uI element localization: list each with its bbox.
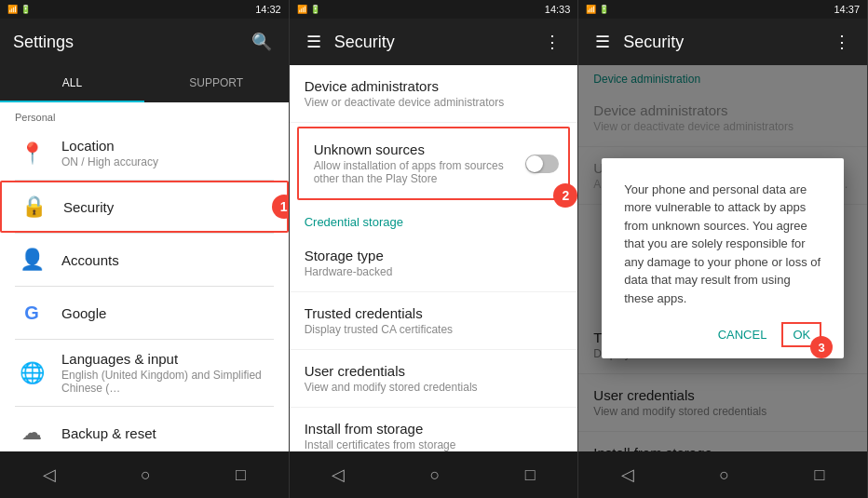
lock-icon: 🔒: [17, 195, 50, 219]
list-item-google[interactable]: G Google: [0, 287, 289, 339]
list-item-languages[interactable]: 🌐 Languages & input English (United King…: [0, 340, 289, 406]
recents-icon-3[interactable]: □: [799, 462, 839, 489]
security-title-2: Security: [334, 33, 395, 52]
list-item-security[interactable]: 🔒 Security 1: [0, 181, 289, 233]
tab-support[interactable]: SUPPORT: [144, 65, 289, 101]
location-text: Location ON / High accuracy: [61, 138, 158, 168]
status-bar-2: 📶🔋 14:33: [290, 0, 578, 19]
personal-label: Personal: [0, 102, 289, 127]
panel-3: 📶🔋 14:37 ☰ Security ⋮ Device administrat…: [578, 0, 868, 498]
list-item-location[interactable]: 📍 Location ON / High accuracy: [0, 127, 289, 180]
back-icon[interactable]: ◁: [28, 461, 71, 489]
step-badge-1: 1: [272, 195, 289, 219]
google-text: Google: [61, 305, 106, 321]
dialog-text: Your phone and personal data are more vu…: [624, 181, 821, 308]
storage-type-item[interactable]: Storage type Hardware-backed: [290, 235, 578, 292]
trusted-creds-item[interactable]: Trusted credentials Display trusted CA c…: [290, 292, 578, 350]
status-bar-3: 📶🔋 14:37: [578, 0, 867, 19]
backup-text: Backup & reset: [61, 425, 156, 441]
top-bar-1: Settings 🔍: [0, 19, 289, 65]
search-icon[interactable]: 🔍: [248, 28, 276, 56]
status-bar-1: 📶🔋 14:32: [0, 0, 289, 19]
accounts-text: Accounts: [61, 252, 119, 268]
security-content-3: Device administration Device administrat…: [578, 65, 867, 451]
device-admin-item[interactable]: Device administrators View or deactivate…: [290, 65, 578, 123]
home-icon-3[interactable]: ○: [704, 462, 744, 489]
dialog-overlay: Your phone and personal data are more vu…: [578, 65, 867, 451]
panel-2: 📶🔋 14:33 ☰ Security ⋮ Device administrat…: [290, 0, 579, 498]
time-2: 14:33: [545, 4, 571, 15]
menu-icon-2[interactable]: ☰: [303, 28, 325, 56]
security-content-2: Device administrators View or deactivate…: [290, 65, 578, 451]
back-icon-3[interactable]: ◁: [606, 461, 649, 489]
recents-icon[interactable]: □: [221, 462, 261, 489]
google-icon: G: [15, 303, 48, 324]
languages-icon: 🌐: [15, 361, 48, 385]
security-title-3: Security: [623, 33, 684, 52]
location-icon: 📍: [15, 141, 48, 166]
settings-title: Settings: [13, 33, 74, 52]
home-icon-2[interactable]: ○: [415, 462, 455, 489]
recents-icon-2[interactable]: □: [510, 462, 550, 489]
status-icons-2: 📶🔋: [297, 5, 320, 14]
security-text: Security: [63, 199, 114, 215]
dialog-cancel-button[interactable]: CANCEL: [711, 322, 775, 347]
tab-all[interactable]: ALL: [0, 65, 144, 101]
status-icons-3: 📶🔋: [586, 5, 609, 14]
time-3: 14:37: [834, 4, 860, 15]
user-creds-item[interactable]: User credentials View and modify stored …: [290, 350, 578, 408]
status-icons-1: 📶🔋: [7, 5, 31, 14]
unknown-sources-toggle[interactable]: [525, 155, 559, 173]
accounts-icon: 👤: [15, 248, 48, 272]
back-icon-2[interactable]: ◁: [317, 461, 359, 489]
bottom-nav-1: ◁ ○ □: [0, 451, 289, 498]
panel-1: 📶🔋 14:32 Settings 🔍 ALL SUPPORT Personal…: [0, 0, 290, 498]
toggle-switch[interactable]: [525, 155, 559, 173]
top-bar-2: ☰ Security ⋮: [290, 19, 578, 65]
list-item-accounts[interactable]: 👤 Accounts: [0, 234, 289, 286]
languages-text: Languages & input English (United Kingdo…: [61, 351, 274, 395]
more-icon-2[interactable]: ⋮: [540, 28, 564, 56]
install-storage-item[interactable]: Install from storage Install certificate…: [290, 408, 578, 451]
dialog-actions: CANCEL OK 3: [624, 322, 821, 347]
top-bar-3: ☰ Security ⋮: [578, 19, 867, 65]
time-1: 14:32: [255, 4, 281, 15]
list-item-backup[interactable]: ☁ Backup & reset: [0, 407, 289, 451]
credential-storage-label: Credential storage: [290, 204, 578, 235]
tabs-bar: ALL SUPPORT: [0, 65, 289, 102]
unknown-sources-box: Unknown sources Allow installation of ap…: [297, 127, 571, 200]
more-icon-3[interactable]: ⋮: [830, 28, 854, 56]
bottom-nav-2: ◁ ○ □: [290, 451, 578, 498]
backup-icon: ☁: [15, 421, 48, 445]
settings-content: Personal 📍 Location ON / High accuracy 🔒…: [0, 102, 289, 451]
unknown-sources-dialog: Your phone and personal data are more vu…: [602, 158, 844, 359]
menu-icon-3[interactable]: ☰: [591, 28, 614, 56]
bottom-nav-3: ◁ ○ □: [578, 451, 867, 498]
step-badge-3: 3: [810, 336, 833, 358]
home-icon[interactable]: ○: [126, 462, 166, 489]
